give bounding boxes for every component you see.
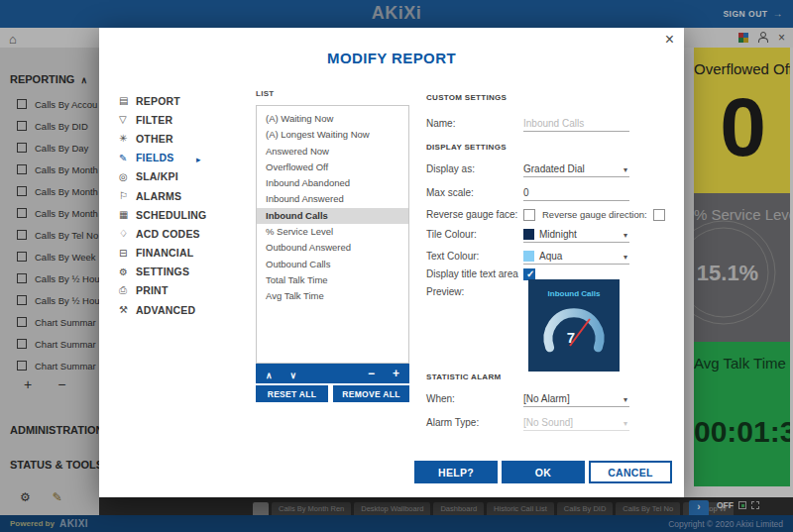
dialog-menu-item[interactable]: ◎ SLA/KPI xyxy=(119,167,243,186)
list-item[interactable]: Inbound Calls xyxy=(257,208,408,224)
modify-report-dialog: × MODIFY REPORT ▤ REPORT ▽ FILTER ✳ O xyxy=(99,28,684,497)
list-item[interactable]: Outbound Answered xyxy=(257,240,408,256)
tile-colour-select[interactable]: Midnight xyxy=(523,226,629,243)
print-icon: ⎙ xyxy=(119,284,136,296)
custom-settings-heading: CUSTOM SETTINGS xyxy=(426,93,507,102)
reset-all-button[interactable]: RESET ALL xyxy=(256,385,328,402)
reverse-gauge-face-checkbox[interactable] xyxy=(523,209,535,221)
dialog-menu-item[interactable]: ▤ REPORT xyxy=(119,91,243,110)
reverse-gauge-row: Reverse gauge face: Reverse gauge direct… xyxy=(426,206,676,223)
move-up-icon[interactable] xyxy=(266,365,273,382)
add-field-button[interactable]: + xyxy=(393,368,399,379)
chevron-down-icon xyxy=(623,417,629,428)
max-scale-label: Max scale: xyxy=(426,187,523,198)
chevron-right-icon xyxy=(196,149,201,166)
close-icon[interactable]: × xyxy=(665,31,674,49)
fields-icon: ✎ xyxy=(119,153,136,163)
text-colour-row: Text Colour: Aqua xyxy=(426,248,676,265)
name-row: Name: xyxy=(426,115,676,132)
tile-colour-swatch xyxy=(523,229,534,240)
list-toolbar: − + xyxy=(256,364,409,383)
fields-list: (A) Waiting Now (A) Longest Waiting Now … xyxy=(256,105,409,364)
chevron-down-icon xyxy=(623,229,629,240)
chevron-down-icon xyxy=(623,163,629,174)
alarms-icon: ⚐ xyxy=(119,190,136,201)
acd-codes-icon: ♢ xyxy=(119,228,136,239)
dialog-menu-item[interactable]: ✳ OTHER xyxy=(119,129,243,148)
display-as-select[interactable]: Gradated Dial xyxy=(523,160,629,177)
reverse-gauge-face-label: Reverse gauge face: xyxy=(426,209,523,220)
list-item[interactable]: Inbound Abandoned xyxy=(257,175,408,191)
cancel-button[interactable]: CANCEL xyxy=(589,461,672,483)
when-row: When: [No Alarm] xyxy=(426,390,676,407)
display-as-row: Display as: Gradated Dial xyxy=(426,160,676,177)
move-down-icon[interactable] xyxy=(290,365,297,382)
tile-colour-row: Tile Colour: Midnight xyxy=(426,226,676,243)
help-button[interactable]: HELP? xyxy=(414,461,498,483)
text-colour-select[interactable]: Aqua xyxy=(523,248,629,265)
alarm-type-label: Alarm Type: xyxy=(426,417,523,428)
when-select[interactable]: [No Alarm] xyxy=(523,390,629,407)
list-item[interactable]: Outbound Calls xyxy=(257,257,408,272)
display-as-label: Display as: xyxy=(426,163,523,174)
statistic-alarm-heading: STATISTIC ALARM xyxy=(426,372,501,381)
other-icon: ✳ xyxy=(119,133,136,144)
list-heading: LIST xyxy=(256,89,275,98)
dialog-menu-item[interactable]: ⊟ FINANCIAL xyxy=(119,244,243,263)
max-scale-input[interactable]: 0 xyxy=(523,184,629,201)
alarm-type-select: [No Sound] xyxy=(523,414,629,431)
alarm-type-row: Alarm Type: [No Sound] xyxy=(426,414,676,431)
dialog-menu: ▤ REPORT ▽ FILTER ✳ OTHER ✎ xyxy=(119,91,243,319)
dialog-menu-item[interactable]: ⚐ ALARMS xyxy=(119,186,243,205)
dialog-menu-item[interactable]: ✎ FIELDS xyxy=(119,149,243,167)
preview-title: Inbound Calls xyxy=(548,289,601,298)
preview-label: Preview: xyxy=(426,286,523,297)
reverse-gauge-direction-checkbox[interactable] xyxy=(653,209,665,221)
scheduling-icon: ▦ xyxy=(119,209,136,220)
chevron-down-icon xyxy=(623,393,629,404)
preview-tile: Inbound Calls 7 xyxy=(528,279,620,372)
advanced-icon: ⚒ xyxy=(119,304,136,315)
dialog-menu-item[interactable]: ♢ ACD CODES xyxy=(119,224,243,243)
name-input[interactable] xyxy=(523,118,629,129)
list-item[interactable]: (A) Longest Waiting Now xyxy=(257,127,408,143)
text-colour-label: Text Colour: xyxy=(426,251,523,262)
display-title-checkbox[interactable] xyxy=(523,268,535,280)
sla-kpi-icon: ◎ xyxy=(119,171,136,182)
list-item[interactable]: Answered Now xyxy=(257,144,408,160)
remove-all-button[interactable]: REMOVE ALL xyxy=(333,385,409,402)
financial-icon: ⊟ xyxy=(119,248,136,259)
report-icon: ▤ xyxy=(119,95,136,106)
list-item[interactable]: % Service Level xyxy=(257,224,408,240)
list-item[interactable]: Overflowed Off xyxy=(257,160,408,175)
dialog-title: MODIFY REPORT xyxy=(99,50,684,66)
display-title-label: Display title text area xyxy=(426,268,523,279)
display-settings-heading: DISPLAY SETTINGS xyxy=(426,143,507,152)
screen: AKiXi SIGN OUT × REPORTING Calls By Acco… xyxy=(0,0,793,532)
list-item[interactable]: Total Talk Time xyxy=(257,272,408,288)
preview-value: 7 xyxy=(567,329,575,346)
list-item[interactable]: Inbound Answered xyxy=(257,191,408,207)
settings-icon: ⚙ xyxy=(119,266,136,277)
list-item[interactable]: Avg Talk Time xyxy=(257,288,408,304)
preview-gauge: Inbound Calls 7 xyxy=(528,279,620,372)
remove-field-button[interactable]: − xyxy=(368,368,375,379)
ok-button[interactable]: OK xyxy=(502,461,585,483)
name-label: Name: xyxy=(426,118,523,129)
tile-colour-label: Tile Colour: xyxy=(426,229,523,240)
when-label: When: xyxy=(426,393,523,404)
dialog-menu-item[interactable]: ⚒ ADVANCED xyxy=(119,300,243,319)
max-scale-row: Max scale: 0 xyxy=(426,184,676,201)
filter-icon: ▽ xyxy=(119,114,136,125)
text-colour-swatch xyxy=(523,251,534,262)
list-item[interactable]: (A) Waiting Now xyxy=(257,111,408,127)
reverse-gauge-direction-label: Reverse gauge direction: xyxy=(542,209,647,220)
dialog-menu-item[interactable]: ⚙ SETTINGS xyxy=(119,263,243,281)
dialog-menu-item[interactable]: ▽ FILTER xyxy=(119,110,243,129)
dialog-menu-item[interactable]: ▦ SCHEDULING xyxy=(119,205,243,224)
chevron-down-icon xyxy=(623,251,629,262)
dialog-menu-item[interactable]: ⎙ PRINT xyxy=(119,281,243,300)
name-field xyxy=(523,115,629,132)
